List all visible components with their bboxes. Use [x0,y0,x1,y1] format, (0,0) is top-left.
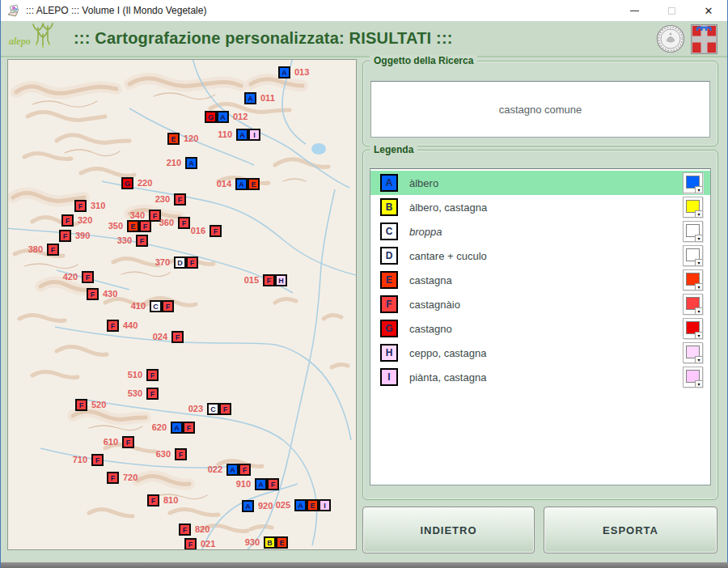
marker-label: 820 [195,524,210,534]
dropdown-arrow-icon: ▾ [695,380,702,387]
map-marker-012[interactable]: GA012 [205,111,229,123]
map-marker-110[interactable]: AI110 [236,129,260,141]
legend-row-E[interactable]: Ecastagna▾ [370,268,710,292]
map-marker-720[interactable]: F720 [107,472,119,484]
legend-color-swatch-button[interactable]: ▾ [683,294,703,315]
map-marker-910[interactable]: AF910 [255,478,279,490]
map-marker-410[interactable]: CF410 [150,300,174,312]
map-marker-420[interactable]: F420 [82,271,94,283]
legend-color-swatch-button[interactable]: ▾ [683,318,703,339]
legend-symbol-I: I [380,368,398,386]
marker-box-F: F [186,256,198,269]
marker-label: 021 [201,539,215,549]
marker-box-F: F [82,271,94,283]
map-marker-014[interactable]: AE014 [235,178,260,190]
marker-label: 430 [103,289,117,299]
marker-label: 630 [156,449,171,459]
legend-row-H[interactable]: Hceppo, castagna▾ [370,341,710,365]
dropdown-arrow-icon: ▾ [695,235,702,241]
marker-box-D: D [174,256,186,269]
legend-row-F[interactable]: Fcastagnàio▾ [370,292,710,316]
map-marker-390[interactable]: F390 [59,230,71,242]
map-marker-820[interactable]: F820 [179,523,191,536]
legend-row-C[interactable]: Cbroppa▾ [370,219,710,244]
map-marker-330[interactable]: F330 [136,235,148,247]
map-marker-810[interactable]: F810 [147,494,159,507]
map-marker-230[interactable]: F230 [174,193,186,206]
map-marker-380[interactable]: F380 [47,244,59,256]
marker-box-F: F [267,478,279,490]
marker-label: 720 [123,473,138,482]
marker-label: 310 [91,201,105,210]
map-marker-620[interactable]: AF620 [171,422,195,434]
legend-color-swatch-button[interactable]: ▾ [683,197,703,218]
marker-box-F: F [107,472,119,484]
marker-box-F: F [210,225,222,237]
map-marker-310[interactable]: F310 [74,200,87,212]
dropdown-arrow-icon: ▾ [695,259,702,265]
map-marker-360[interactable]: F360 [178,217,190,229]
map-marker-023[interactable]: CF023 [207,403,231,415]
map-marker-520[interactable]: F520 [75,399,87,411]
map-marker-710[interactable]: F710 [91,454,104,466]
map-marker-920[interactable]: A920 [242,500,254,512]
map-marker-210[interactable]: A210 [185,157,197,169]
marker-box-F: F [174,193,186,206]
marker-label: 016 [191,226,205,235]
marker-box-F: F [239,464,251,476]
map-marker-930[interactable]: BE930 [264,536,288,549]
back-button[interactable]: INDIETRO [362,507,535,553]
legend-color-swatch-button[interactable]: ▾ [683,245,703,266]
map-marker-320[interactable]: F320 [61,214,74,227]
marker-label: 022 [208,464,222,474]
map-marker-630[interactable]: F630 [175,448,187,460]
map-marker-530[interactable]: F530 [146,388,159,400]
marker-box-F: F [47,244,59,256]
map-marker-022[interactable]: AF022 [226,464,251,476]
map-marker-440[interactable]: F440 [107,320,119,332]
marker-label: 390 [75,231,90,240]
map-panel[interactable]: A013A011GA012AI110E120A210G220AE014F230F… [7,59,357,550]
map-marker-510[interactable]: F510 [146,369,159,381]
marker-box-A: A [294,499,307,511]
minimize-button[interactable] [616,0,653,21]
map-marker-013[interactable]: A013 [278,66,290,78]
marker-box-I: I [248,129,260,141]
map-marker-220[interactable]: G220 [121,177,133,189]
marker-box-A: A [242,500,254,512]
map-marker-430[interactable]: F430 [87,288,99,300]
close-button[interactable]: ✕ [690,0,727,21]
export-button[interactable]: ESPORTA [544,507,717,553]
legend-color-swatch-button[interactable]: ▾ [683,367,703,388]
legend-color-swatch-button[interactable]: ▾ [683,342,703,363]
legend-row-G[interactable]: Gcastagno▾ [370,316,710,341]
legend-row-A[interactable]: Aàlbero▾ [370,171,710,195]
legend-row-I[interactable]: Ipiànta, castagna▾ [370,365,710,389]
map-marker-021[interactable]: F021 [184,538,197,550]
search-object-group-title: Oggetto della Ricerca [370,55,477,66]
map-marker-025[interactable]: AEI025 [294,499,331,511]
legend-color-swatch-button[interactable]: ▾ [683,172,703,193]
map-marker-350[interactable]: EF350 [127,220,151,232]
map-marker-120[interactable]: E120 [167,133,180,145]
map-marker-016[interactable]: F016 [210,225,222,237]
marker-box-A: A [226,464,239,476]
legend-color-swatch-button[interactable]: ▾ [683,221,703,242]
marker-box-G: G [205,111,217,123]
maximize-icon [668,7,675,15]
map-marker-011[interactable]: A011 [244,92,256,104]
legend-item-label: cantare + cuculo [409,250,487,262]
legend-row-B[interactable]: Bàlbero, castagna▾ [370,195,710,219]
map-marker-610[interactable]: F610 [122,436,134,448]
legend-color-swatch-button[interactable]: ▾ [683,269,703,290]
marker-box-E: E [167,133,180,145]
marker-label: 440 [123,320,138,330]
map-marker-015[interactable]: FH015 [263,274,287,286]
marker-box-F: F [122,436,134,448]
app-header: alepo ::: Cartografazione personalizzata… [1,21,727,57]
legend-row-D[interactable]: Dcantare + cuculo▾ [370,244,710,268]
legend-symbol-F: F [380,295,398,313]
map-marker-024[interactable]: F024 [171,331,184,343]
marker-box-F: F [162,300,174,312]
map-marker-370[interactable]: DF370 [174,256,198,269]
